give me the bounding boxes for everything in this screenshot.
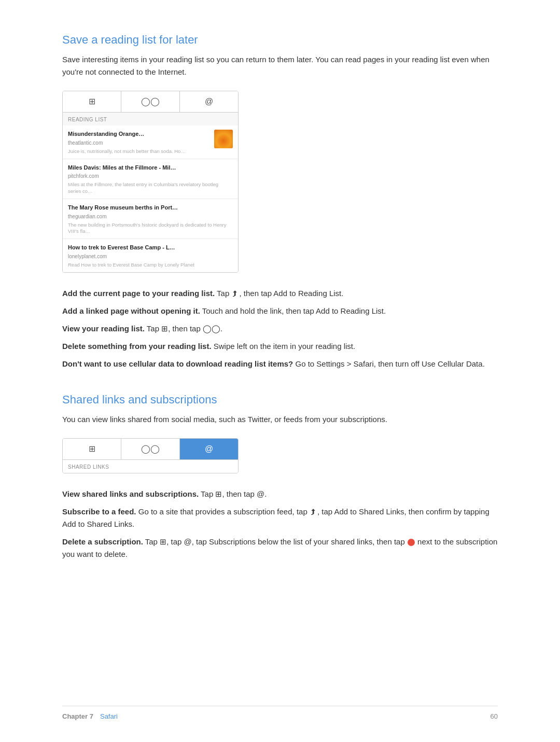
footer-chapter: Chapter 7 Safari	[62, 711, 118, 722]
instruction-bold: Add a linked page without opening it.	[62, 306, 200, 315]
reading-list-instructions: Add the current page to your reading lis…	[62, 287, 498, 370]
reading-item-desc: Miles at the Fillmore, the latest entry …	[68, 181, 230, 194]
instruction-bold: Subscribe to a feed.	[62, 507, 136, 516]
safari-tab-shared[interactable]: @	[180, 91, 238, 112]
instruction-bold: Delete something from your reading list.	[62, 342, 212, 351]
page-footer: Chapter 7 Safari 60	[62, 706, 498, 722]
reading-item[interactable]: How to trek to Everest Base Camp - L… lo…	[63, 239, 238, 272]
instruction-text: Go to Settings > Safari, then turn off U…	[295, 359, 484, 368]
instruction-add-current: Add the current page to your reading lis…	[62, 287, 498, 300]
section1-title: Save a reading list for later	[62, 31, 498, 48]
instruction-bold: Delete a subscription.	[62, 537, 143, 546]
safari-tab-shared-2[interactable]: @	[180, 439, 238, 459]
reading-item-domain: pitchfork.com	[68, 172, 230, 180]
shared-links-instructions: View shared links and subscriptions. Tap…	[62, 488, 498, 561]
reading-item-domain: theatlantic.com	[68, 139, 211, 147]
reading-item-text: Misunderstanding Orange… theatlantic.com…	[68, 130, 214, 155]
safari-tab-bookmarks[interactable]: ⊞	[63, 91, 121, 112]
reading-item-title: Miles Davis: Miles at the Fillmore - Mil…	[68, 163, 230, 172]
orange-thumbnail-image	[214, 130, 233, 148]
safari-tab-reading[interactable]: ◯◯	[121, 91, 180, 112]
shared-links-mockup: ⊞ ◯◯ @ SHARED LINKS	[62, 438, 239, 473]
safari-tab-bar-2: ⊞ ◯◯ @	[63, 439, 238, 460]
instruction-delete-subscription: Delete a subscription. Tap ⊞, tap @, tap…	[62, 536, 498, 561]
reading-item-desc: The new building in Portsmouth's histori…	[68, 222, 230, 235]
reading-list-icon: ◯◯	[141, 97, 160, 106]
reading-item-thumbnail	[214, 130, 233, 148]
instruction-text: Tap ⊞, then tap ◯◯.	[147, 324, 222, 333]
shared-links-icon: @	[205, 97, 213, 106]
reading-list-icon-2: ◯◯	[141, 444, 160, 453]
reading-item-text: How to trek to Everest Base Camp - L… lo…	[68, 243, 233, 268]
bookmarks-icon-2: ⊞	[89, 444, 95, 453]
footer-page-number: 60	[491, 711, 498, 722]
reading-item-text: Miles Davis: Miles at the Fillmore - Mil…	[68, 163, 233, 194]
reading-item-domain: lonelyplanet.com	[68, 253, 230, 260]
instruction-add-linked: Add a linked page without opening it. To…	[62, 305, 498, 317]
instruction-cellular-data: Don't want to use cellular data to downl…	[62, 358, 498, 370]
instruction-bold: Don't want to use cellular data to downl…	[62, 359, 293, 368]
reading-item-title: How to trek to Everest Base Camp - L…	[68, 243, 230, 252]
shared-links-label: SHARED LINKS	[63, 460, 238, 473]
section1-intro: Save interesting items in your reading l…	[62, 53, 498, 78]
reading-item-title: Misunderstanding Orange…	[68, 130, 211, 138]
shared-links-icon-2: @	[205, 444, 213, 453]
reading-list-mockup: ⊞ ◯◯ @ READING LIST Misunderstanding Ora…	[62, 91, 239, 273]
safari-tab-bookmarks-2[interactable]: ⊞	[63, 439, 121, 459]
reading-item[interactable]: Misunderstanding Orange… theatlantic.com…	[63, 125, 238, 159]
reading-item-desc: Juice is, nutritionally, not much better…	[68, 148, 211, 155]
instruction-bold: View your reading list.	[62, 324, 145, 333]
instruction-delete-item: Delete something from your reading list.…	[62, 340, 498, 353]
instruction-subscribe-feed: Subscribe to a feed. Go to a site that p…	[62, 506, 498, 530]
section2-intro: You can view links shared from social me…	[62, 413, 498, 426]
instruction-bold: View shared links and subscriptions.	[62, 489, 199, 498]
reading-item-desc: Read How to trek to Everest Base Camp by…	[68, 262, 230, 268]
chapter-label: Chapter 7	[62, 712, 93, 720]
instruction-text: Tap ⊞, tap @, tap Subscriptions below th…	[145, 537, 407, 546]
reading-item-domain: theguardian.com	[68, 213, 230, 220]
instruction-text: Tap ⮭, then tap Add to Reading List.	[217, 289, 343, 298]
reading-item[interactable]: The Mary Rose museum berths in Port… the…	[63, 199, 238, 239]
reading-item-text: The Mary Rose museum berths in Port… the…	[68, 203, 233, 234]
instruction-text: Tap ⊞, then tap @.	[201, 489, 267, 498]
section2-title: Shared links and subscriptions	[62, 391, 498, 408]
reading-list-section-label: READING LIST	[63, 113, 238, 125]
chapter-name: Safari	[100, 712, 118, 720]
section2: Shared links and subscriptions You can v…	[62, 391, 498, 561]
reading-item[interactable]: Miles Davis: Miles at the Fillmore - Mil…	[63, 159, 238, 199]
red-minus-circle-icon	[408, 539, 415, 546]
instruction-text: Swipe left on the item in your reading l…	[214, 342, 355, 351]
reading-item-title: The Mary Rose museum berths in Port…	[68, 203, 230, 212]
instruction-view-shared: View shared links and subscriptions. Tap…	[62, 488, 498, 500]
instruction-text: Touch and hold the link, then tap Add to…	[202, 306, 386, 315]
bookmarks-icon: ⊞	[89, 97, 95, 106]
instruction-bold: Add the current page to your reading lis…	[62, 289, 215, 298]
instruction-view-reading: View your reading list. Tap ⊞, then tap …	[62, 323, 498, 335]
safari-tab-bar: ⊞ ◯◯ @	[63, 91, 238, 113]
safari-tab-reading-2[interactable]: ◯◯	[121, 439, 180, 459]
